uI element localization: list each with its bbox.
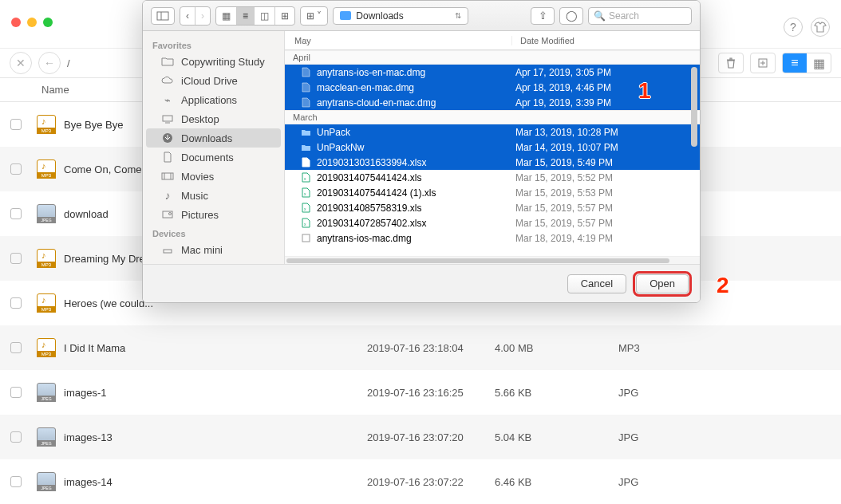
trash-button[interactable] xyxy=(718,53,744,73)
sidebar-item-label: Mac mini xyxy=(181,244,223,256)
location-dropdown[interactable]: Downloads ⇅ xyxy=(333,7,468,25)
sidebar-item-icloud-drive[interactable]: iCloud Drive xyxy=(146,71,281,90)
file-date: Mar 13, 2019, 10:28 PM xyxy=(514,127,700,138)
checkbox[interactable] xyxy=(0,163,32,175)
file-name: images-13 xyxy=(61,431,367,443)
nav-back-icon[interactable]: ‹ xyxy=(180,7,195,25)
file-date: Mar 15, 2019, 5:57 PM xyxy=(514,218,700,229)
file-row[interactable]: UnPackMar 13, 2019, 10:28 PM xyxy=(285,124,700,140)
file-time: 2019-07-16 23:07:22 xyxy=(367,476,495,488)
file-row[interactable]: anytrans-cloud-en-mac.dmgApr 19, 2019, 3… xyxy=(285,95,700,110)
file-type: JPG xyxy=(618,431,841,443)
checkbox[interactable] xyxy=(0,431,32,443)
apps-icon: ⌁ xyxy=(160,94,175,106)
cancel-x-button[interactable]: ✕ xyxy=(10,52,32,74)
search-input[interactable]: 🔍 Search xyxy=(588,7,692,25)
file-name: I Did It Mama xyxy=(61,342,367,354)
close-icon[interactable] xyxy=(11,18,21,27)
file-row[interactable]: x20190314075441424.xlsMar 15, 2019, 5:52… xyxy=(285,170,700,185)
checkbox[interactable] xyxy=(0,208,32,219)
sidebar-item-music[interactable]: ♪Music xyxy=(146,186,281,205)
sidebar-item-mac-mini[interactable]: Mac mini xyxy=(146,240,281,259)
group-icon[interactable]: ⊞ ˅ xyxy=(301,7,327,25)
sidebar-item-pictures[interactable]: Pictures xyxy=(146,205,281,224)
sidebar-item-label: Desktop xyxy=(181,113,219,125)
checkbox[interactable] xyxy=(0,119,32,130)
vertical-scrollbar[interactable] xyxy=(691,67,697,147)
checkbox[interactable] xyxy=(0,253,32,264)
gallery-view-icon[interactable]: ⊞ xyxy=(274,7,294,25)
folder-icon xyxy=(340,11,351,20)
sidebar-item-applications[interactable]: ⌁Applications xyxy=(146,90,281,109)
movie-icon xyxy=(160,171,175,181)
share-button[interactable]: ⇧ xyxy=(531,7,555,25)
minimize-icon[interactable] xyxy=(27,18,37,27)
bg-view-toggle[interactable]: ≡ ▦ xyxy=(782,53,831,73)
list-item[interactable]: images-14 2019-07-16 23:07:22 6.46 KB JP… xyxy=(0,459,841,504)
checkbox[interactable] xyxy=(0,297,32,309)
list-view-icon[interactable]: ≡ xyxy=(236,7,254,25)
list-item[interactable]: I Did It Mama 2019-07-16 23:18:04 4.00 M… xyxy=(0,325,841,370)
file-type: JPG xyxy=(618,387,841,399)
checkbox[interactable] xyxy=(0,476,32,487)
back-button[interactable]: ← xyxy=(38,52,61,74)
add-button[interactable] xyxy=(750,53,776,73)
group-segment[interactable]: ⊞ ˅ xyxy=(300,6,328,26)
sidebar-item-copywriting-study[interactable]: Copywriting Study xyxy=(146,52,281,71)
file-row[interactable]: x20190314075441424 (1).xlsMar 15, 2019, … xyxy=(285,185,700,200)
grid-view-icon[interactable]: ▦ xyxy=(807,53,831,73)
sidebar-item-desktop[interactable]: Desktop xyxy=(146,109,281,128)
file-date: Mar 18, 2019, 4:19 PM xyxy=(514,233,700,244)
sidebar-toggle-icon[interactable] xyxy=(151,7,175,25)
file-row[interactable]: anytrans-ios-en-mac.dmgApr 17, 2019, 3:0… xyxy=(285,65,700,80)
file-name: UnPack xyxy=(317,127,514,138)
location-label: Downloads xyxy=(356,10,403,22)
column-view-icon[interactable]: ◫ xyxy=(254,7,274,25)
file-date: Mar 15, 2019, 5:49 PM xyxy=(514,157,700,168)
xls-icon: x xyxy=(299,203,312,213)
file-list[interactable]: Aprilanytrans-ios-en-mac.dmgApr 17, 2019… xyxy=(285,50,700,256)
checkbox[interactable] xyxy=(0,342,32,353)
open-dialog: ‹ › ▦ ≡ ◫ ⊞ ⊞ ˅ Downloads ⇅ ⇧ ◯ 🔍 Search… xyxy=(142,0,701,303)
sidebar-item-documents[interactable]: Documents xyxy=(146,148,281,167)
sidebar-item-label: Applications xyxy=(181,94,237,106)
list-view-icon[interactable]: ≡ xyxy=(783,53,807,73)
file-row[interactable]: anytrans-ios-mac.dmgMar 18, 2019, 4:19 P… xyxy=(285,230,700,246)
file-icon xyxy=(32,383,61,402)
horizontal-scrollbar[interactable] xyxy=(285,256,700,264)
cancel-button[interactable]: Cancel xyxy=(567,274,626,293)
nav-segment: ‹ › xyxy=(180,6,211,26)
file-row[interactable]: macclean-en-mac.dmgApr 18, 2019, 4:46 PM xyxy=(285,80,700,95)
file-name: images-14 xyxy=(61,476,367,488)
svg-rect-3 xyxy=(163,116,172,121)
sidebar-item-movies[interactable]: Movies xyxy=(146,167,281,186)
file-name: 20190314085758319.xls xyxy=(317,203,514,214)
tags-button[interactable]: ◯ xyxy=(559,7,583,25)
file-row[interactable]: UnPackNwMar 14, 2019, 10:07 PM xyxy=(285,140,700,155)
file-row[interactable]: x20190314072857402.xlsxMar 15, 2019, 5:5… xyxy=(285,215,700,230)
sidebar-item-downloads[interactable]: Downloads xyxy=(146,128,281,148)
col-date-header[interactable]: Date Modified xyxy=(512,36,700,45)
file-name: images-1 xyxy=(61,387,367,399)
file-column-header: May Date Modified xyxy=(285,31,700,50)
file-name: 20190314075441424.xls xyxy=(317,172,514,183)
sidebar-section-header: Favorites xyxy=(143,36,284,52)
col-name-header[interactable]: May xyxy=(285,36,512,45)
xls-icon: x xyxy=(299,157,312,167)
icon-view-icon[interactable]: ▦ xyxy=(216,7,236,25)
search-placeholder: Search xyxy=(609,10,639,22)
zoom-icon[interactable] xyxy=(43,18,53,27)
file-row[interactable]: x20190314085758319.xlsMar 15, 2019, 5:57… xyxy=(285,200,700,215)
shirt-icon[interactable] xyxy=(811,18,830,37)
file-name: anytrans-cloud-en-mac.dmg xyxy=(317,97,514,108)
file-row[interactable]: x20190313031633994.xlsxMar 15, 2019, 5:4… xyxy=(285,155,700,170)
file-time: 2019-07-16 23:18:04 xyxy=(367,342,495,354)
list-item[interactable]: images-1 2019-07-16 23:16:25 5.66 KB JPG xyxy=(0,370,841,415)
list-item[interactable]: images-13 2019-07-16 23:07:20 5.04 KB JP… xyxy=(0,415,841,459)
file-size: 5.04 KB xyxy=(495,431,618,443)
checkbox[interactable] xyxy=(0,387,32,398)
open-button[interactable]: Open xyxy=(636,274,689,293)
sidebar[interactable]: FavoritesCopywriting StudyiCloud Drive⌁A… xyxy=(143,31,285,264)
help-icon[interactable]: ? xyxy=(784,18,803,37)
sidebar-item-label: Pictures xyxy=(181,209,219,221)
